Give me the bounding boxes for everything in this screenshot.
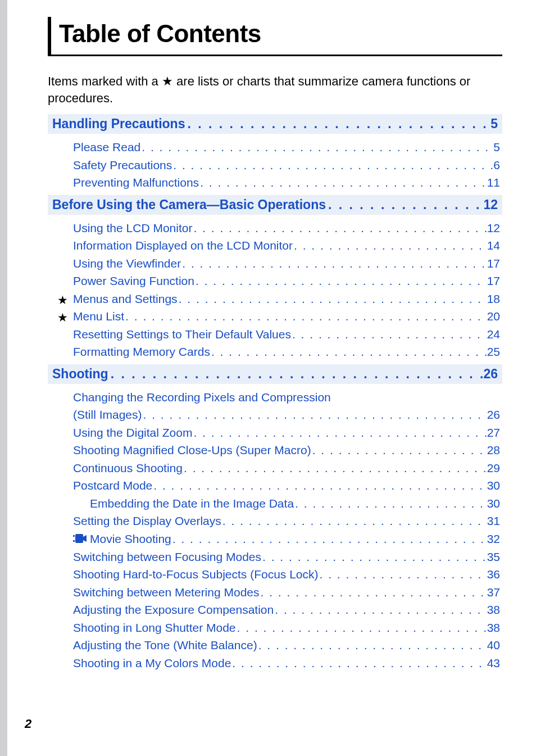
dots: . . . . . . . . . . . . . . . . . . . . … xyxy=(185,116,490,132)
toc-label: Resetting Settings to Their Default Valu… xyxy=(73,325,291,343)
toc-entry[interactable]: Safety Precautions. . . . . . . . . . . … xyxy=(73,156,500,174)
toc-entry[interactable]: Using the LCD Monitor. . . . . . . . . .… xyxy=(73,219,500,237)
toc-entry[interactable]: Changing the Recording Pixels and Compre… xyxy=(73,388,500,406)
svg-rect-2 xyxy=(75,534,83,543)
toc-label: Using the Viewfinder xyxy=(73,255,181,273)
section-title: Handling Precautions xyxy=(52,116,185,132)
dots: . . . . . . . . . . . . . . . . . . . . … xyxy=(294,495,487,513)
toc-page: 36 xyxy=(487,565,500,583)
toc-list-shooting: Changing the Recording Pixels and Compre… xyxy=(48,388,502,672)
toc-label: Shooting Magnified Close-Ups (Super Macr… xyxy=(73,441,311,459)
toc-label: Adjusting the Tone (White Balance) xyxy=(73,636,257,654)
dots: . . . . . . . . . . . . . . . . . . . . … xyxy=(210,343,487,361)
toc-label: Changing the Recording Pixels and Compre… xyxy=(73,388,331,406)
toc-entry[interactable]: Formatting Memory Cards. . . . . . . . .… xyxy=(73,343,500,361)
dots: . . . . . . . . . . . . . . . . . . . . … xyxy=(260,583,487,601)
toc-entry[interactable]: Resetting Settings to Their Default Valu… xyxy=(73,325,500,343)
dots: . . . . . . . . . . . . . . . . . . . . … xyxy=(311,441,487,459)
page-title: Table of Contents xyxy=(59,20,502,48)
toc-label-text: Movie Shooting xyxy=(90,532,171,545)
toc-page: 14 xyxy=(487,237,500,255)
page-number: 2 xyxy=(25,717,31,731)
toc-entry[interactable]: (Still Images). . . . . . . . . . . . . … xyxy=(73,406,500,424)
toc-entry[interactable]: ★Menus and Settings. . . . . . . . . . .… xyxy=(73,290,500,308)
toc-page: 28 xyxy=(487,441,500,459)
toc-entry[interactable]: Switching between Focusing Modes. . . . … xyxy=(73,548,500,566)
toc-entry[interactable]: Shooting Magnified Close-Ups (Super Macr… xyxy=(73,441,500,459)
toc-entry[interactable]: Shooting in a My Colors Mode. . . . . . … xyxy=(73,654,500,672)
toc-entry[interactable]: Power Saving Function. . . . . . . . . .… xyxy=(73,272,500,290)
toc-entry[interactable]: Information Displayed on the LCD Monitor… xyxy=(73,237,500,255)
toc-page: 35 xyxy=(487,548,500,566)
toc-page: 43 xyxy=(487,654,500,672)
toc-list-before-using: Using the LCD Monitor. . . . . . . . . .… xyxy=(48,219,502,361)
toc-page: 31 xyxy=(487,512,500,530)
toc-label: Information Displayed on the LCD Monitor xyxy=(73,237,293,255)
section-page: 26 xyxy=(483,366,498,382)
dots: . . . . . . . . . . . . . . . . . . . . … xyxy=(181,255,487,273)
dots: . . . . . . . . . . . . . . . . . . . . … xyxy=(124,307,487,325)
dots: . . . . . . . . . . . . . . . . . . . . … xyxy=(108,366,484,382)
toc-label: Adjusting the Exposure Compensation xyxy=(73,601,274,619)
toc-page: 17 xyxy=(487,272,500,290)
dots: . . . . . . . . . . . . . . . . . . . . … xyxy=(192,219,487,237)
toc-entry[interactable]: Using the Viewfinder. . . . . . . . . . … xyxy=(73,255,500,273)
toc-entry[interactable]: Postcard Mode. . . . . . . . . . . . . .… xyxy=(73,477,500,495)
toc-label: Postcard Mode xyxy=(73,477,152,495)
toc-page: 20 xyxy=(487,307,500,325)
dots: . . . . . . . . . . . . . . . . . . . . … xyxy=(319,565,487,583)
section-title: Before Using the Camera—Basic Operations xyxy=(52,197,326,212)
toc-label: Preventing Malfunctions xyxy=(73,174,199,192)
toc-entry[interactable]: Shooting in Long Shutter Mode. . . . . .… xyxy=(73,619,500,637)
toc-label: Using the LCD Monitor xyxy=(73,219,192,237)
dots: . . . . . . . . . . . . . . . . . . . . … xyxy=(293,237,487,255)
dots: . . . . . . . . . . . . . . . . . . . . … xyxy=(178,290,487,308)
toc-label: Using the Digital Zoom xyxy=(73,424,192,442)
toc-page: 40 xyxy=(487,636,500,654)
toc-entry[interactable]: ★Menu List. . . . . . . . . . . . . . . … xyxy=(73,307,500,325)
toc-entry[interactable]: Movie Shooting . . . . . . . . . . . . .… xyxy=(73,530,500,548)
intro-text: Items marked with a ★ are lists or chart… xyxy=(48,73,502,106)
toc-entry[interactable]: Continuous Shooting. . . . . . . . . . .… xyxy=(73,459,500,477)
section-header-shooting[interactable]: Shooting . . . . . . . . . . . . . . . .… xyxy=(48,364,502,384)
dots: . . . . . . . . . . . . . . . . . . . . … xyxy=(231,654,487,672)
toc-page: 30 xyxy=(487,495,500,513)
dots: . . . . . . . . . . . . . . . . . . . . … xyxy=(261,548,487,566)
toc-label: Switching between Focusing Modes xyxy=(73,548,261,566)
section-header-handling[interactable]: Handling Precautions . . . . . . . . . .… xyxy=(48,114,502,134)
dots: . . . . . . . . . . . . . . . . . . . . … xyxy=(172,156,493,174)
toc-label: Safety Precautions xyxy=(73,156,172,174)
section-title: Shooting xyxy=(52,366,108,382)
toc-entry[interactable]: Embedding the Date in the Image Data. . … xyxy=(73,495,500,513)
toc-label: Continuous Shooting xyxy=(73,459,183,477)
toc-entry[interactable]: Switching between Metering Modes. . . . … xyxy=(73,583,500,601)
section-header-before-using[interactable]: Before Using the Camera—Basic Operations… xyxy=(48,195,502,215)
toc-entry[interactable]: Shooting Hard-to-Focus Subjects (Focus L… xyxy=(73,565,500,583)
toc-page: 12 xyxy=(487,219,500,237)
toc-entry[interactable]: Using the Digital Zoom. . . . . . . . . … xyxy=(73,424,500,442)
svg-rect-0 xyxy=(73,535,75,537)
toc-entry[interactable]: Preventing Malfunctions. . . . . . . . .… xyxy=(73,174,500,192)
toc-entry[interactable]: Adjusting the Exposure Compensation. . .… xyxy=(73,601,500,619)
dots: . . . . . . . . . . . . . . . . . . . . … xyxy=(192,424,487,442)
toc-entry[interactable]: Adjusting the Tone (White Balance). . . … xyxy=(73,636,500,654)
toc-page: 32 xyxy=(487,530,500,548)
toc-page: 25 xyxy=(487,343,500,361)
toc-page: 37 xyxy=(487,583,500,601)
toc-page: 29 xyxy=(487,459,500,477)
toc-label: (Still Images) xyxy=(73,406,142,424)
toc-label: Shooting in a My Colors Mode xyxy=(73,654,231,672)
dots: . . . . . . . . . . . . . . . . . . . . … xyxy=(199,174,487,192)
movie-icon xyxy=(73,530,87,548)
toc-label: Power Saving Function xyxy=(73,272,194,290)
toc-label: Movie Shooting xyxy=(73,530,171,548)
dots: . . . . . . . . . . . . . . . . . . . . … xyxy=(221,512,487,530)
title-wrapper: Table of Contents xyxy=(48,17,502,56)
toc-label: Switching between Metering Modes xyxy=(73,583,260,601)
toc-entry[interactable]: Setting the Display Overlays. . . . . . … xyxy=(73,512,500,530)
toc-entry[interactable]: Please Read. . . . . . . . . . . . . . .… xyxy=(73,138,500,156)
toc-label: Shooting in Long Shutter Mode xyxy=(73,619,236,637)
star-icon: ★ xyxy=(57,309,68,327)
toc-page: 11 xyxy=(487,174,500,192)
dots: . . . . . . . . . . . . . . . . . . . . … xyxy=(326,197,483,212)
